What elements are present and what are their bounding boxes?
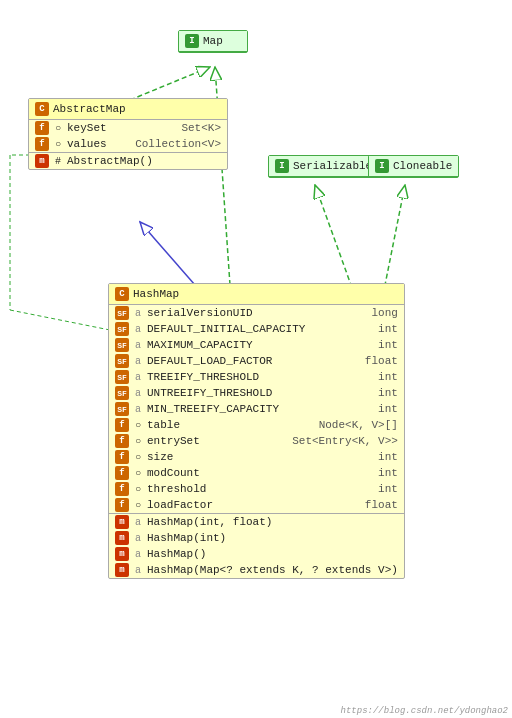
field-type: float [365,499,398,511]
m-badge: m [115,563,129,577]
vis-icon: # [53,156,63,166]
hashmap-method-1: m a HashMap(int, float) [109,514,404,530]
field-name: modCount [147,467,200,479]
vis-icon: ○ [133,436,143,446]
f-badge: f [115,498,129,512]
field-type: float [365,355,398,367]
f-badge: f [115,466,129,480]
sf-badge: SF [115,354,129,368]
serializable-header: I Serializable [269,156,378,177]
cloneable-label: Cloneable [393,160,452,172]
vis-icon: a [133,372,143,382]
hashmap-field-table: f ○ table Node<K, V>[] [109,417,404,433]
f-badge: f [115,418,129,432]
hashmap-methods: m a HashMap(int, float) m a HashMap(int)… [109,514,404,578]
hashmap-method-4: m a HashMap(Map<? extends K, ? extends V… [109,562,404,578]
vis-icon: ○ [53,139,63,149]
hashmap-badge: C [115,287,129,301]
cloneable-badge: I [375,159,389,173]
hashmap-field-tt: SF a TREEIFY_THRESHOLD int [109,369,404,385]
field-type: Set<Entry<K, V>> [292,435,398,447]
vis-icon: a [133,565,143,575]
hashmap-method-3: m a HashMap() [109,546,404,562]
field-badge: f [35,121,49,135]
method-name: AbstractMap() [67,155,153,167]
map-interface-box: I Map [178,30,248,53]
svg-line-4 [140,222,195,285]
m-badge: m [115,547,129,561]
sf-badge: SF [115,338,129,352]
hashmap-field-mtc: SF a MIN_TREEIFY_CAPACITY int [109,401,404,417]
field-type: int [378,403,398,415]
hashmap-label: HashMap [133,288,179,300]
field-type: int [378,387,398,399]
map-label: Map [203,35,223,47]
field-type: int [378,467,398,479]
map-header: I Map [179,31,247,52]
field-name: values [67,138,107,150]
hashmap-field-mc: SF a MAXIMUM_CAPACITY int [109,337,404,353]
hashmap-field-dlf: SF a DEFAULT_LOAD_FACTOR float [109,353,404,369]
hashmap-field-dic: SF a DEFAULT_INITIAL_CAPACITY int [109,321,404,337]
field-type: Collection<V> [135,138,221,150]
field-name: UNTREEIFY_THRESHOLD [147,387,272,399]
field-badge: f [35,137,49,151]
method-name: HashMap(int, float) [147,516,272,528]
m-badge: m [115,515,129,529]
vis-icon: a [133,356,143,366]
hashmap-method-2: m a HashMap(int) [109,530,404,546]
map-badge: I [185,34,199,48]
m-badge: m [115,531,129,545]
abstractmap-label: AbstractMap [53,103,126,115]
field-type: Set<K> [181,122,221,134]
cloneable-header: I Cloneable [369,156,458,177]
field-name: serialVersionUID [147,307,253,319]
diagram-container: I Map I Serializable I Cloneable C Abstr… [0,0,512,718]
cloneable-interface-box: I Cloneable [368,155,459,178]
abstractmap-box: C AbstractMap f ○ keySet Set<K> f ○ valu… [28,98,228,170]
abstractmap-badge: C [35,102,49,116]
field-type: long [371,307,397,319]
vis-icon: a [133,533,143,543]
method-badge: m [35,154,49,168]
sf-badge: SF [115,386,129,400]
vis-icon: ○ [133,452,143,462]
vis-icon: a [133,517,143,527]
field-name: DEFAULT_INITIAL_CAPACITY [147,323,305,335]
method-name: HashMap(Map<? extends K, ? extends V>) [147,564,398,576]
vis-icon: a [133,324,143,334]
hashmap-box: C HashMap SF a serialVersionUID long SF … [108,283,405,579]
field-type: int [378,323,398,335]
hashmap-field-svuid: SF a serialVersionUID long [109,305,404,321]
field-name: DEFAULT_LOAD_FACTOR [147,355,272,367]
field-name: threshold [147,483,206,495]
svg-line-10 [10,310,110,330]
hashmap-field-threshold: f ○ threshold int [109,481,404,497]
abstractmap-body: f ○ keySet Set<K> f ○ values Collection<… [29,120,227,152]
abstractmap-header: C AbstractMap [29,99,227,120]
hashmap-field-ut: SF a UNTREEIFY_THRESHOLD int [109,385,404,401]
watermark: https://blog.csdn.net/ydonghao2 [341,706,508,716]
hashmap-instance-fields: f ○ table Node<K, V>[] f ○ entrySet Set<… [109,417,404,513]
hashmap-field-loadfactor: f ○ loadFactor float [109,497,404,513]
sf-badge: SF [115,306,129,320]
f-badge: f [115,482,129,496]
vis-icon: a [133,549,143,559]
hashmap-static-fields: SF a serialVersionUID long SF a DEFAULT_… [109,305,404,417]
sf-badge: SF [115,370,129,384]
vis-icon: a [133,340,143,350]
vis-icon: ○ [133,468,143,478]
method-name: HashMap() [147,548,206,560]
sf-badge: SF [115,402,129,416]
vis-icon: a [133,388,143,398]
field-name: TREEIFY_THRESHOLD [147,371,259,383]
field-name: entrySet [147,435,200,447]
field-name: table [147,419,180,431]
vis-icon: a [133,404,143,414]
hashmap-header: C HashMap [109,284,404,305]
abstractmap-method-constructor: m # AbstractMap() [29,153,227,169]
field-name: MIN_TREEIFY_CAPACITY [147,403,279,415]
vis-icon: a [133,308,143,318]
field-type: int [378,451,398,463]
sf-badge: SF [115,322,129,336]
